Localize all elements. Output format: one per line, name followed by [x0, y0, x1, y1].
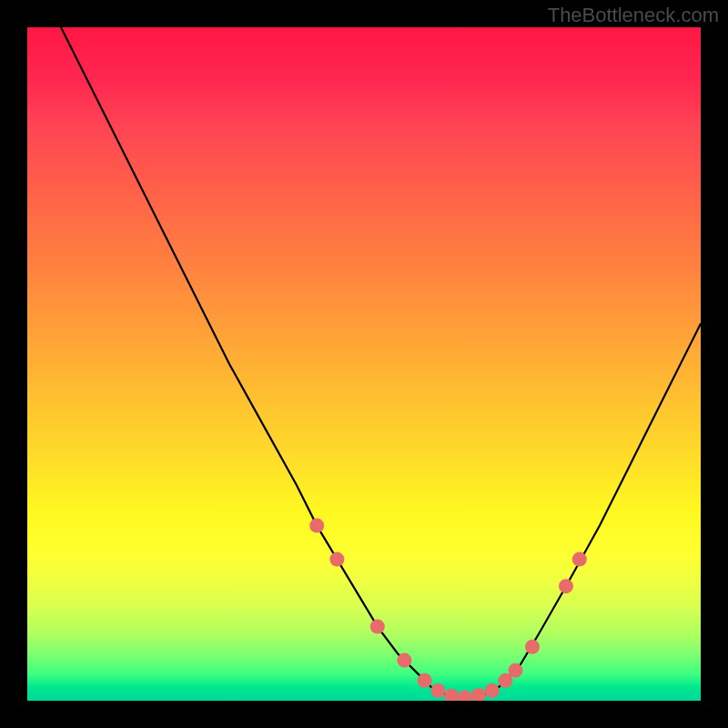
marker-point	[559, 579, 573, 593]
marker-points	[309, 519, 587, 701]
marker-point	[430, 683, 445, 698]
marker-point	[471, 688, 486, 701]
marker-point	[572, 552, 587, 567]
marker-point	[458, 690, 472, 701]
marker-point	[370, 620, 385, 634]
marker-point	[485, 683, 500, 698]
plot-area	[27, 27, 701, 701]
attribution-text: TheBottleneck.com	[548, 4, 719, 27]
marker-point	[397, 653, 411, 668]
chart-svg	[27, 27, 701, 701]
marker-point	[329, 552, 344, 567]
marker-point	[418, 673, 432, 688]
marker-point	[525, 640, 540, 654]
bottleneck-curve	[61, 27, 701, 697]
marker-point	[509, 663, 523, 678]
marker-point	[444, 689, 459, 701]
marker-point	[309, 519, 324, 533]
